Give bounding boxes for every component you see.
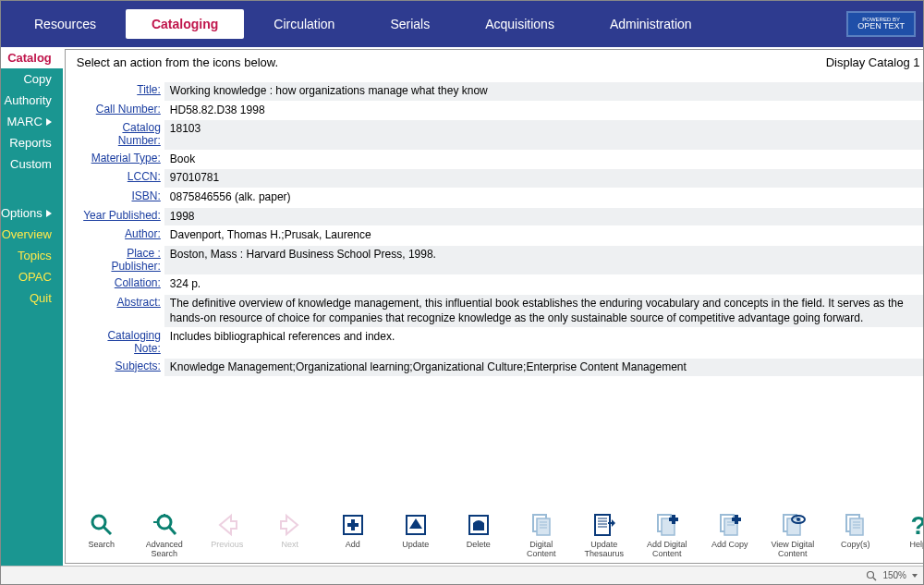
- tool-label: Delete: [467, 541, 491, 550]
- field-value: Boston, Mass : Harvard Business School P…: [164, 246, 924, 275]
- tool-label: Copy(s): [841, 541, 870, 550]
- next-icon: [276, 511, 304, 539]
- field-row: Subjects:Knowledge Management;Organizati…: [77, 359, 924, 377]
- topnav-serials[interactable]: Serials: [364, 9, 456, 39]
- add-copy-icon: [716, 511, 744, 539]
- sidebar-label: Overview: [2, 227, 52, 241]
- tool-label: Update: [402, 541, 429, 550]
- record-fields: Title:Working knowledge : how organizati…: [66, 75, 924, 504]
- top-nav: ResourcesCatalogingCirculationSerialsAcq…: [1, 1, 923, 47]
- topnav-cataloging[interactable]: Cataloging: [126, 9, 244, 39]
- sidebar-label: Catalog: [7, 51, 52, 65]
- field-label[interactable]: Subjects:: [77, 359, 164, 377]
- sidebar-label: Copy: [23, 72, 51, 86]
- field-row: Cataloging Note:Includes bibliographical…: [77, 328, 924, 358]
- tool-view-digital[interactable]: View Digital Content: [768, 511, 818, 559]
- topnav-administration[interactable]: Administration: [584, 9, 718, 39]
- field-label[interactable]: Catalog Number:: [77, 120, 164, 150]
- thesaurus-icon: [590, 511, 618, 539]
- topnav-circulation[interactable]: Circulation: [248, 9, 360, 39]
- tool-copies[interactable]: Copy(s): [831, 511, 881, 559]
- help-icon: ?: [905, 511, 924, 539]
- sidebar-item-catalog[interactable]: Catalog: [1, 47, 63, 68]
- field-row: Abstract:The definitive overview of know…: [77, 295, 924, 327]
- tool-digital[interactable]: Digital Content: [517, 511, 566, 559]
- zoom-icon[interactable]: [866, 570, 877, 581]
- field-label[interactable]: Place : Publisher:: [77, 246, 164, 275]
- svg-point-35: [796, 518, 800, 521]
- tool-search[interactable]: Search: [77, 511, 127, 559]
- tool-label: View Digital Content: [768, 541, 818, 559]
- svg-point-2: [158, 516, 171, 529]
- field-value: HD58.82.D38 1998: [164, 102, 924, 120]
- sidebar-item-quit[interactable]: Quit: [1, 287, 63, 309]
- tool-label: Add Digital Content: [642, 541, 692, 559]
- field-label[interactable]: Collation:: [77, 275, 164, 294]
- field-label[interactable]: Cataloging Note:: [77, 328, 164, 358]
- zoom-dropdown-icon[interactable]: [912, 574, 918, 578]
- tool-adv-search[interactable]: Advanced Search: [140, 511, 189, 559]
- tool-label: Next: [282, 541, 299, 550]
- tool-label: Previous: [211, 541, 243, 550]
- field-label[interactable]: Author:: [77, 226, 164, 245]
- prev-icon: [213, 511, 241, 539]
- tool-next: Next: [265, 511, 315, 559]
- tool-update[interactable]: Update: [391, 511, 441, 559]
- field-label[interactable]: Abstract:: [77, 295, 164, 327]
- sidebar-label: Custom: [10, 157, 52, 171]
- tool-add[interactable]: Add: [328, 511, 378, 559]
- svg-line-1: [103, 527, 111, 534]
- svg-text:?: ?: [910, 512, 924, 538]
- sidebar-item-custom[interactable]: Custom: [1, 153, 63, 175]
- field-value: Working knowledge : how organizations ma…: [164, 82, 924, 101]
- tool-label: Search: [89, 541, 116, 550]
- sidebar-label: MARC: [7, 115, 43, 128]
- topnav-acquisitions[interactable]: Acquisitions: [459, 9, 580, 39]
- field-row: LCCN:97010781: [77, 169, 924, 188]
- tool-add-copy[interactable]: Add Copy: [705, 511, 755, 559]
- field-value: Davenport, Thomas H.;Prusak, Laurence: [164, 226, 924, 245]
- field-value: Includes bibliographical references and …: [164, 328, 924, 358]
- field-row: ISBN:0875846556 (alk. paper): [77, 189, 924, 207]
- field-label[interactable]: Title:: [77, 82, 164, 101]
- topnav-resources[interactable]: Resources: [8, 9, 122, 39]
- adv-search-icon: [151, 511, 178, 539]
- copies-icon: [842, 511, 869, 539]
- field-value: 1998: [164, 208, 924, 226]
- sidebar-item-marc[interactable]: MARC: [1, 111, 63, 132]
- field-label[interactable]: LCCN:: [77, 169, 164, 188]
- sidebar-item-topics[interactable]: Topics: [1, 245, 63, 266]
- opentext-logo: POWERED BYOPEN TEXT: [846, 11, 916, 37]
- field-label[interactable]: ISBN:: [77, 189, 164, 207]
- svg-marker-10: [409, 518, 422, 529]
- field-label[interactable]: Material Type:: [77, 151, 164, 169]
- field-value: The definitive overview of knowledge man…: [164, 295, 924, 327]
- svg-point-0: [92, 516, 105, 529]
- field-value: 97010781: [164, 169, 924, 188]
- sidebar-item-opac[interactable]: OPAC: [1, 266, 63, 287]
- field-row: Catalog Number:18103: [77, 120, 924, 150]
- action-toolbar: SearchAdvanced SearchPreviousNextAddUpda…: [66, 504, 924, 563]
- action-prompt: Select an action from the icons below.: [77, 55, 278, 69]
- tool-help[interactable]: ?Help: [894, 511, 924, 559]
- sidebar-item-overview[interactable]: Overview: [1, 224, 63, 245]
- tool-add-digital[interactable]: Add Digital Content: [642, 511, 692, 559]
- zoom-level[interactable]: 150%: [882, 570, 906, 580]
- sidebar-item-options[interactable]: Options: [1, 202, 63, 224]
- svg-line-3: [169, 527, 176, 534]
- field-value: 0875846556 (alk. paper): [164, 189, 924, 207]
- sidebar-item-copy[interactable]: Copy: [1, 68, 63, 90]
- status-bar: 150%: [1, 566, 923, 584]
- tool-label: Update Thesaurus: [579, 541, 629, 559]
- field-label[interactable]: Year Published:: [77, 208, 164, 226]
- tool-delete[interactable]: Delete: [454, 511, 504, 559]
- field-label[interactable]: Call Number:: [77, 102, 164, 120]
- field-value: 324 p.: [164, 275, 924, 294]
- sidebar-label: Quit: [30, 291, 52, 305]
- tool-thesaurus[interactable]: Update Thesaurus: [579, 511, 629, 559]
- add-digital-icon: [653, 511, 681, 539]
- tool-label: Add: [346, 541, 360, 550]
- update-icon: [402, 511, 430, 539]
- sidebar-item-reports[interactable]: Reports: [1, 132, 63, 153]
- sidebar-item-authority[interactable]: Authority: [1, 90, 63, 111]
